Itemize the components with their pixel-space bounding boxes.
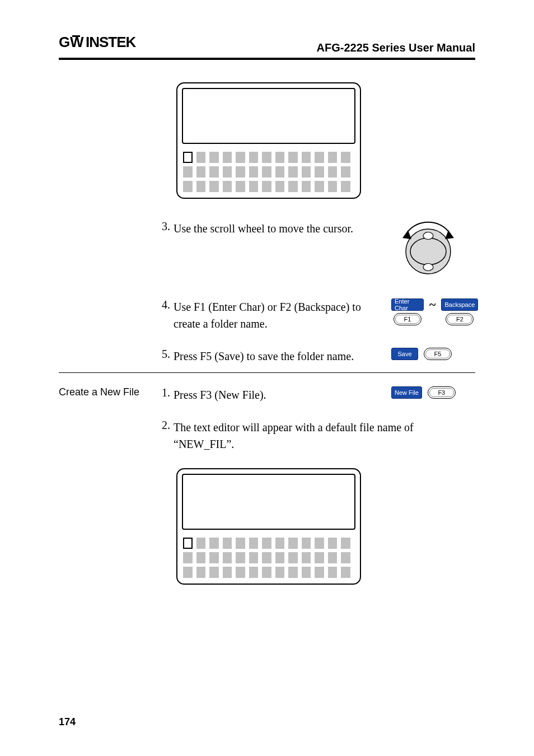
page-number: 174 (59, 716, 76, 728)
scroll-wheel-icon (391, 220, 465, 283)
svg-rect-2 (72, 35, 80, 37)
hardkey-f3[interactable]: F3 (428, 386, 456, 399)
svg-text:G: G (59, 34, 71, 50)
page-header: G W INSTEK AFG-2225 Series User Manual (59, 34, 475, 60)
char-cell-selected (183, 538, 193, 549)
svg-marker-8 (402, 230, 411, 239)
softkey-new-file[interactable]: New File (391, 386, 422, 399)
step-number: 4. (157, 298, 174, 311)
tilde-icon: ~ (428, 297, 437, 312)
hardkey-f5[interactable]: F5 (424, 348, 452, 360)
key-group-f3: New File F3 (391, 386, 456, 399)
brand-logo-svg: G W INSTEK (59, 34, 148, 50)
svg-point-7 (423, 264, 433, 271)
step-text: Use the scroll wheel to move the cursor. (174, 220, 391, 237)
step-number: 1. (157, 386, 174, 399)
svg-point-6 (423, 232, 433, 240)
step-text: The text editor will appear with a defau… (174, 419, 475, 452)
svg-text:INSTEK: INSTEK (86, 34, 137, 50)
section-heading: Create a New File (59, 386, 157, 398)
char-cell-selected (183, 152, 193, 163)
softkey-backspace[interactable]: Backspace (441, 298, 478, 311)
step-number: 3. (157, 220, 174, 233)
device-screen-figure-1 (176, 82, 361, 199)
section-divider (59, 372, 475, 373)
key-group-f5: Save F5 (391, 348, 452, 360)
step-text: Use F1 (Enter Char) or F2 (Backspace) to… (174, 298, 391, 332)
step-number: 5. (157, 348, 174, 361)
hardkey-f2[interactable]: F2 (446, 313, 474, 325)
hardkey-f1[interactable]: F1 (394, 313, 421, 325)
step-text: Press F5 (Save) to save the folder name. (174, 348, 391, 365)
char-grid (182, 151, 355, 193)
softkey-enter-char[interactable]: Enter Char (391, 298, 424, 311)
char-grid (182, 536, 355, 579)
device-screen-figure-2 (176, 468, 361, 585)
key-group-f1-f2: Enter Char F1 ~ Backspace F2 (391, 298, 478, 325)
doc-title: AFG-2225 Series User Manual (317, 41, 475, 54)
device-display-area (182, 88, 355, 144)
svg-marker-9 (445, 230, 454, 239)
device-display-area (182, 474, 355, 530)
brand-logo: G W INSTEK (59, 34, 148, 54)
step-text: Press F3 (New File). (174, 386, 391, 403)
softkey-save[interactable]: Save (391, 348, 418, 360)
step-number: 2. (157, 419, 174, 432)
